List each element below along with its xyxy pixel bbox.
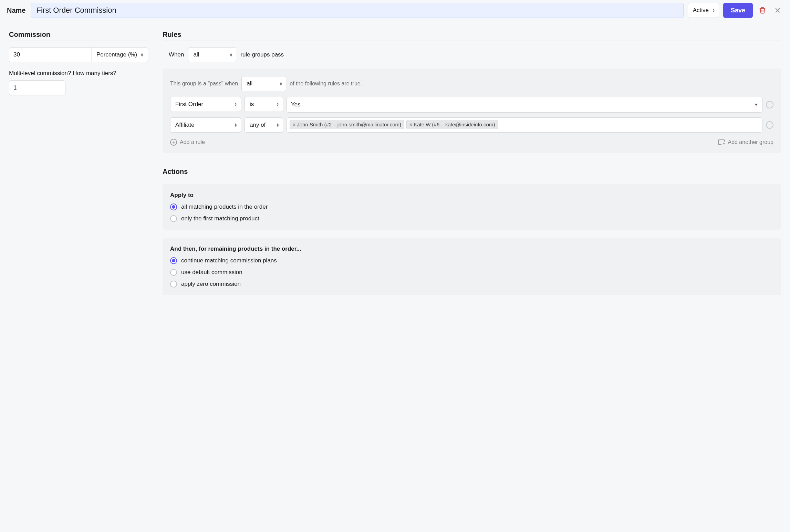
radio-label: only the first matching product bbox=[181, 215, 259, 222]
apply-to-box: Apply to all matching products in the or… bbox=[163, 184, 781, 230]
rule-field-select[interactable]: Affiliate ▲▼ bbox=[170, 117, 241, 133]
radio-icon bbox=[170, 204, 177, 210]
tiers-label: Multi-level commission? How many tiers? bbox=[9, 70, 148, 77]
status-value: Active bbox=[693, 7, 709, 14]
when-prefix: When bbox=[169, 51, 184, 58]
then-title: And then, for remaining products in the … bbox=[170, 246, 773, 252]
radio-icon bbox=[170, 257, 177, 264]
rule-group: This group is a "pass" when all ▲▼ of th… bbox=[163, 69, 781, 153]
commission-type-select[interactable]: Percentage (%) ▲▼ bbox=[91, 48, 148, 62]
when-suffix: rule groups pass bbox=[240, 51, 284, 58]
header-bar: Name Active ▲▼ Save bbox=[0, 0, 790, 21]
tag: × Kate W (#6 – kate@insideinfo.com) bbox=[406, 120, 498, 129]
chevron-updown-icon: ▲▼ bbox=[276, 123, 279, 127]
chevron-updown-icon: ▲▼ bbox=[230, 53, 233, 57]
name-input[interactable] bbox=[31, 3, 683, 18]
commission-row: Percentage (%) ▲▼ bbox=[9, 47, 148, 62]
radio-icon bbox=[170, 281, 177, 288]
radio-row[interactable]: apply zero commission bbox=[170, 281, 773, 288]
tag-label: Kate W (#6 – kate@insideinfo.com) bbox=[414, 122, 495, 127]
trash-icon bbox=[759, 7, 766, 14]
rule-value-select[interactable]: Yes bbox=[287, 97, 762, 113]
rules-actions-column: Rules When all ▲▼ rule groups pass This … bbox=[163, 31, 781, 303]
chevron-updown-icon: ▲▼ bbox=[234, 123, 237, 127]
plus-circle-icon: + bbox=[170, 139, 177, 146]
actions-title: Actions bbox=[163, 168, 781, 178]
group-suffix: of the following rules are true. bbox=[290, 81, 362, 87]
tag: × John Smith (#2 – john.smith@mailinator… bbox=[290, 120, 404, 129]
rule-row: Affiliate ▲▼ any of ▲▼ × John Smith (#2 … bbox=[170, 117, 773, 133]
radio-label: continue matching commission plans bbox=[181, 257, 277, 264]
radio-row[interactable]: all matching products in the order bbox=[170, 204, 773, 210]
rule-row: First Order ▲▼ is ▲▼ Yes − bbox=[170, 97, 773, 113]
rule-field-value: Affiliate bbox=[175, 122, 194, 128]
chevron-down-icon bbox=[755, 104, 758, 106]
add-rule-label: Add a rule bbox=[180, 139, 205, 145]
add-rule-button[interactable]: + Add a rule bbox=[170, 139, 205, 146]
add-group-label: Add another group bbox=[728, 139, 773, 145]
tag-remove-icon[interactable]: × bbox=[409, 122, 412, 127]
radio-icon bbox=[170, 215, 177, 222]
main-content: Commission Percentage (%) ▲▼ Multi-level… bbox=[0, 21, 790, 317]
rules-title: Rules bbox=[163, 31, 781, 41]
rule-operator-select[interactable]: is ▲▼ bbox=[245, 97, 283, 112]
chevron-updown-icon: ▲▼ bbox=[712, 8, 715, 12]
radio-row[interactable]: continue matching commission plans bbox=[170, 257, 773, 264]
group-header: This group is a "pass" when all ▲▼ of th… bbox=[170, 76, 773, 91]
commission-type-label: Percentage (%) bbox=[96, 51, 137, 58]
chevron-updown-icon: ▲▼ bbox=[234, 102, 237, 106]
radio-row[interactable]: only the first matching product bbox=[170, 215, 773, 222]
close-button[interactable] bbox=[772, 5, 783, 16]
commission-title: Commission bbox=[9, 31, 148, 41]
when-mode-value: all bbox=[193, 51, 199, 58]
commission-column: Commission Percentage (%) ▲▼ Multi-level… bbox=[9, 31, 148, 303]
radio-label: apply zero commission bbox=[181, 281, 241, 288]
rule-operator-value: is bbox=[250, 101, 254, 108]
tag-label: John Smith (#2 – john.smith@mailinator.c… bbox=[297, 122, 401, 127]
rule-field-select[interactable]: First Order ▲▼ bbox=[170, 97, 241, 112]
chevron-updown-icon: ▲▼ bbox=[279, 82, 282, 86]
radio-label: use default commission bbox=[181, 269, 242, 276]
radio-label: all matching products in the order bbox=[181, 204, 268, 210]
tiers-input[interactable] bbox=[9, 80, 65, 95]
rule-field-value: First Order bbox=[175, 101, 203, 108]
then-box: And then, for remaining products in the … bbox=[163, 238, 781, 295]
rule-operator-value: any of bbox=[250, 122, 266, 128]
add-group-button[interactable]: Add another group bbox=[718, 139, 773, 145]
save-button[interactable]: Save bbox=[723, 3, 753, 18]
apply-to-title: Apply to bbox=[170, 192, 773, 199]
close-icon bbox=[775, 7, 781, 13]
group-footer: + Add a rule Add another group bbox=[170, 139, 773, 146]
group-mode-select[interactable]: all ▲▼ bbox=[241, 76, 286, 91]
tag-remove-icon[interactable]: × bbox=[293, 122, 295, 127]
add-group-icon bbox=[718, 139, 725, 145]
status-select[interactable]: Active ▲▼ bbox=[688, 3, 719, 18]
group-prefix: This group is a "pass" when bbox=[170, 81, 238, 87]
rule-operator-select[interactable]: any of ▲▼ bbox=[245, 117, 283, 133]
when-mode-select[interactable]: all ▲▼ bbox=[188, 47, 236, 62]
chevron-updown-icon: ▲▼ bbox=[276, 102, 279, 106]
group-mode-value: all bbox=[247, 80, 252, 87]
rule-value-tagbox[interactable]: × John Smith (#2 – john.smith@mailinator… bbox=[287, 117, 762, 133]
name-label: Name bbox=[7, 7, 25, 14]
chevron-updown-icon: ▲▼ bbox=[141, 53, 144, 57]
remove-rule-button[interactable]: − bbox=[766, 101, 773, 108]
radio-row[interactable]: use default commission bbox=[170, 269, 773, 276]
delete-button[interactable] bbox=[757, 5, 768, 16]
rules-when-row: When all ▲▼ rule groups pass bbox=[163, 47, 781, 62]
radio-icon bbox=[170, 269, 177, 276]
rule-value: Yes bbox=[291, 101, 301, 108]
commission-value-input[interactable] bbox=[9, 48, 91, 62]
remove-rule-button[interactable]: − bbox=[766, 121, 773, 129]
